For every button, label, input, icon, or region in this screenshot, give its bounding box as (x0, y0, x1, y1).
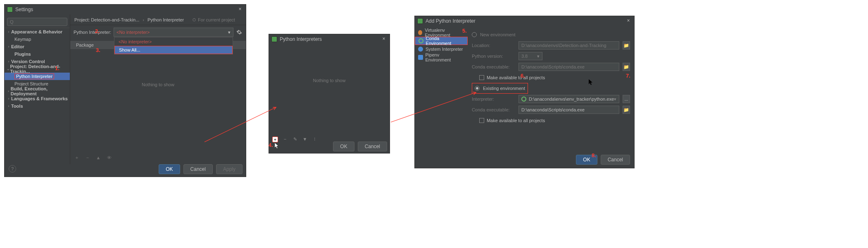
browse-location-button: 📁 (623, 41, 630, 50)
env-system[interactable]: System Interpreter (415, 45, 468, 53)
env-form: New environment Location: D:\anaconda\en… (468, 26, 634, 168)
up-package-icon[interactable]: ▲ (95, 155, 102, 160)
make-available-checkbox (479, 75, 484, 80)
eye-icon[interactable]: 👁 (106, 155, 112, 160)
paths-icon[interactable]: ⁝ (312, 137, 318, 142)
interpreter-combobox[interactable]: <No interpreter> ▾ <No interpreter> Show… (114, 28, 233, 37)
env-type-list: Virtualenv Environment Conda Environment… (415, 26, 468, 168)
for-current-project-hint: For current project (192, 17, 235, 22)
chevron-right-icon: › (143, 17, 144, 22)
conda-exe2-label: Conda executable: (472, 107, 515, 112)
radio-existing-env[interactable] (475, 86, 480, 91)
gear-icon[interactable] (236, 29, 243, 35)
radio-new-env[interactable] (472, 32, 477, 37)
tree-project[interactable]: ⌄Project: Detection-and-Trackin... (5, 65, 70, 73)
settings-tree: ›Appearance & Behavior Keymap ›Editor Pl… (5, 14, 70, 164)
add-interpreter-icon[interactable]: + (272, 137, 278, 142)
conda-exe2-input[interactable]: D:\anaconda\Scripts\conda.exe (518, 106, 619, 114)
chevron-down-icon: ▾ (614, 97, 616, 102)
system-icon (418, 47, 423, 52)
radio-new-env-row[interactable]: New environment (472, 29, 630, 40)
interpreter-dropdown: <No interpreter> Show All... (114, 37, 233, 54)
edit-interpreter-icon[interactable]: ✎ (292, 137, 298, 142)
close-icon[interactable]: × (380, 36, 387, 43)
settings-dialog: Settings × ›Appearance & Behavior Keymap… (4, 4, 246, 177)
ok-button[interactable]: OK (333, 142, 354, 151)
pyver-label: Python version: (472, 54, 515, 59)
dropdown-show-all[interactable]: Show All... (114, 46, 233, 54)
conda-exe-label: Conda executable: (472, 64, 515, 69)
settings-main: Project: Detection-and-Trackin... › Pyth… (70, 14, 246, 164)
tree-appearance[interactable]: ›Appearance & Behavior (5, 28, 70, 35)
help-button[interactable]: ? (9, 165, 16, 172)
add-interpreter-titlebar[interactable]: Add Python Interpreter × (415, 16, 634, 26)
crumb-project[interactable]: Project: Detection-and-Trackin... (74, 17, 139, 22)
env-conda[interactable]: Conda Environment (415, 37, 468, 45)
reset-icon (192, 18, 196, 22)
interpreters-title: Python Interpreters (280, 36, 322, 42)
tree-build[interactable]: ›Build, Execution, Deployment (5, 87, 70, 95)
modified-indicator-icon (66, 67, 68, 71)
remove-interpreter-icon[interactable]: − (282, 137, 288, 142)
location-label: Location: (472, 43, 515, 48)
pyver-select: 3.8▾ (518, 52, 542, 60)
add-package-icon[interactable]: + (74, 155, 80, 160)
filter-icon[interactable]: ▼ (302, 137, 308, 142)
conda-icon (521, 97, 526, 102)
interpreters-toolbar: + − ✎ ▼ ⁝ (272, 137, 318, 142)
dropdown-no-interpreter[interactable]: <No interpreter> (114, 38, 233, 46)
add-interpreter-title: Add Python Interpreter (426, 18, 476, 24)
tree-plugins[interactable]: Plugins (5, 50, 70, 58)
tree-tools[interactable]: ›Tools (5, 102, 70, 110)
ok-button[interactable]: OK (576, 155, 597, 165)
chevron-down-icon: ▾ (228, 30, 231, 35)
pycharm-icon (417, 18, 423, 24)
crumb-interpreter: Python Interpreter (147, 17, 184, 22)
python-interpreters-dialog: Python Interpreters × Nothing to show + … (269, 34, 390, 154)
chevron-down-icon: ▾ (537, 54, 540, 59)
close-icon[interactable]: × (625, 18, 632, 24)
browse-conda2-button[interactable]: 📁 (623, 106, 630, 114)
interpreter-label: Python Interpreter: (74, 30, 111, 35)
cancel-button[interactable]: Cancel (601, 155, 630, 165)
settings-search-input[interactable] (7, 18, 67, 26)
radio-existing-env-row[interactable]: Existing environment (472, 83, 528, 94)
settings-titlebar[interactable]: Settings × (5, 5, 246, 14)
interp-path-select[interactable]: D:\anaconda\envs\env_tracker\python.exe … (518, 95, 619, 103)
browse-conda-button: 📁 (623, 63, 630, 71)
interpreters-titlebar[interactable]: Python Interpreters × (269, 34, 390, 44)
cancel-button[interactable]: Cancel (358, 142, 387, 151)
pycharm-icon (7, 7, 13, 12)
add-interpreter-dialog: Add Python Interpreter × Virtualenv Envi… (414, 16, 635, 168)
tree-editor[interactable]: ›Editor (5, 43, 70, 50)
browse-interpreter-button[interactable]: ... (623, 95, 630, 103)
tree-keymap[interactable]: Keymap (5, 35, 70, 43)
conda-exe-input: D:\anaconda\Scripts\conda.exe (518, 63, 619, 71)
make-available-checkbox-2[interactable] (479, 118, 484, 123)
env-virtualenv[interactable]: Virtualenv Environment (415, 28, 468, 37)
tree-lang[interactable]: ›Languages & Frameworks (5, 95, 70, 102)
pycharm-icon (271, 36, 277, 42)
interpreters-empty: Nothing to show (269, 44, 390, 83)
conda-icon (419, 38, 423, 43)
virtualenv-icon (418, 30, 422, 35)
interp-label: Interpreter: (472, 97, 515, 102)
ok-button[interactable]: OK (159, 164, 180, 174)
location-input: D:\anaconda\envs\Detection-and-Tracking (518, 41, 619, 50)
remove-package-icon[interactable]: − (84, 155, 91, 160)
cancel-button[interactable]: Cancel (183, 164, 213, 174)
package-table-empty: Nothing to show (70, 82, 246, 87)
settings-title: Settings (15, 7, 33, 12)
package-toolbar: + − ▲ 👁 (74, 155, 112, 160)
close-icon[interactable]: × (237, 6, 243, 13)
breadcrumb: Project: Detection-and-Trackin... › Pyth… (70, 14, 246, 25)
env-pipenv[interactable]: Pipenv Environment (415, 53, 468, 61)
pipenv-icon (418, 55, 423, 60)
apply-button[interactable]: Apply (216, 164, 243, 174)
